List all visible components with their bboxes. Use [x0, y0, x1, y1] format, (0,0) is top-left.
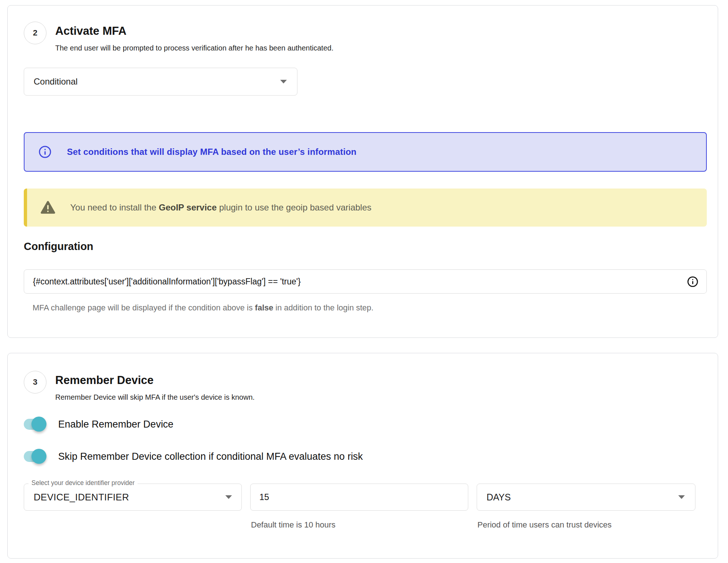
enable-remember-device-toggle[interactable]: [24, 418, 45, 430]
remember-device-settings-row: Select your device identifier provider D…: [24, 484, 707, 530]
step-header-text: Remember Device Remember Device will ski…: [55, 371, 255, 402]
trust-unit-value: DAYS: [487, 492, 511, 503]
mfa-mode-select[interactable]: Conditional: [24, 68, 297, 96]
trust-duration-box: [250, 484, 468, 511]
device-identifier-field: Select your device identifier provider D…: [24, 484, 242, 511]
warning-alert: You need to install the GeoIP service pl…: [24, 189, 707, 227]
chevron-down-icon: [225, 495, 232, 499]
chevron-down-icon: [280, 80, 287, 83]
device-identifier-value: DEVICE_IDENTIFIER: [34, 492, 129, 503]
warning-alert-text: You need to install the GeoIP service pl…: [70, 202, 371, 213]
toggle-label: Skip Remember Device collection if condi…: [58, 451, 363, 462]
step-number-badge: 3: [24, 371, 46, 394]
mfa-mode-value: Conditional: [34, 77, 78, 87]
step-header-text: Activate MFA The end user will be prompt…: [55, 22, 333, 52]
condition-expression-box: [24, 269, 707, 294]
trust-duration-input[interactable]: [259, 492, 459, 502]
configuration-heading: Configuration: [24, 241, 707, 253]
info-icon: [38, 145, 52, 159]
remember-device-card: 3 Remember Device Remember Device will s…: [7, 353, 718, 559]
toggle-thumb: [31, 417, 46, 432]
toggle-thumb: [31, 449, 46, 464]
trust-duration-helper: Default time is 10 hours: [251, 520, 468, 530]
condition-expression-input[interactable]: [33, 277, 687, 287]
info-alert: Set conditions that will display MFA bas…: [24, 132, 707, 172]
step-number: 2: [33, 28, 37, 38]
chevron-down-icon: [678, 495, 685, 499]
toggle-label: Enable Remember Device: [58, 419, 173, 430]
trust-duration-field: Default time is 10 hours: [250, 484, 468, 530]
section-title: Remember Device: [55, 371, 255, 387]
page-title: Activate MFA: [55, 22, 333, 38]
device-identifier-label: Select your device identifier provider: [29, 479, 138, 487]
step-number-badge: 2: [24, 22, 46, 44]
step-header: 2 Activate MFA The end user will be prom…: [24, 22, 707, 52]
step-description: Remember Device will skip MFA if the use…: [55, 393, 255, 402]
step-description: The end user will be prompted to process…: [55, 44, 333, 52]
trust-unit-field: DAYS Period of time users can trust devi…: [477, 484, 695, 530]
warning-bold-text: GeoIP service: [159, 202, 217, 212]
skip-remember-device-row: Skip Remember Device collection if condi…: [24, 451, 707, 462]
warning-icon: [40, 201, 56, 215]
device-identifier-select[interactable]: Select your device identifier provider D…: [24, 484, 242, 511]
skip-remember-device-toggle[interactable]: [24, 451, 45, 462]
trust-unit-select[interactable]: DAYS: [477, 484, 695, 511]
step-number: 3: [33, 377, 37, 387]
trust-unit-helper: Period of time users can trust devices: [477, 520, 695, 530]
step-header: 3 Remember Device Remember Device will s…: [24, 371, 707, 402]
activate-mfa-card: 2 Activate MFA The end user will be prom…: [7, 5, 718, 338]
expression-info-icon[interactable]: [687, 276, 698, 287]
helper-bold-text: false: [255, 303, 273, 312]
enable-remember-device-row: Enable Remember Device: [24, 418, 707, 430]
condition-helper-text: MFA challenge page will be displayed if …: [33, 303, 707, 313]
info-alert-text: Set conditions that will display MFA bas…: [67, 147, 356, 157]
